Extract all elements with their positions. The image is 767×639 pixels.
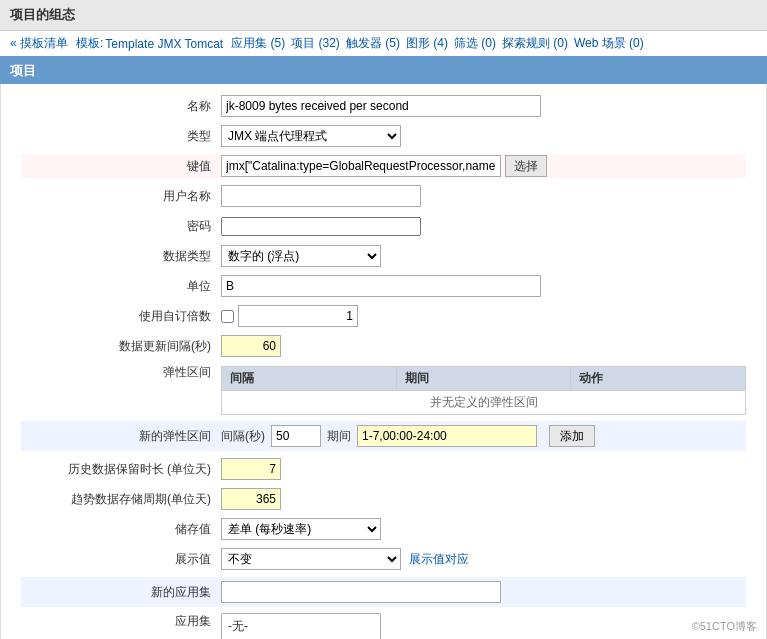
elastic-col2: 期间 [396, 367, 571, 391]
elastic-table: 间隔 期间 动作 并无定义的弹性区间 [221, 366, 746, 415]
appset-label: 应用集 [21, 613, 221, 630]
password-label: 密码 [21, 218, 221, 235]
tab-discovery[interactable]: 探索规则 (0) [502, 35, 568, 52]
key-select-btn[interactable]: 选择 [505, 155, 547, 177]
display-value-select[interactable]: 不变 [221, 548, 401, 570]
data-type-select[interactable]: 数字的 (浮点) [221, 245, 381, 267]
section-header: 项目 [0, 58, 767, 84]
name-control [221, 95, 746, 117]
watermark: ©51CTO博客 [692, 619, 757, 634]
display-value-row: 展示值 不变 展示值对应 [21, 547, 746, 571]
new-period-label: 期间 [327, 428, 351, 445]
trend-input[interactable] [221, 488, 281, 510]
tab-triggers[interactable]: 触发器 (5) [346, 35, 400, 52]
template-label: 模板: [76, 35, 103, 52]
username-label: 用户名称 [21, 188, 221, 205]
store-value-select[interactable]: 差单 (每秒速率) [221, 518, 381, 540]
new-period-input[interactable] [357, 425, 537, 447]
form-container: 名称 类型 JMX 端点代理程式 键值 选择 用户名称 密码 [0, 84, 767, 639]
update-interval-row: 数据更新间隔(秒) [21, 334, 746, 358]
tab-graphs[interactable]: 图形 (4) [406, 35, 448, 52]
store-value-label: 储存值 [21, 521, 221, 538]
multiplier-control [221, 305, 746, 327]
section-title: 项目 [10, 63, 36, 78]
update-interval-label: 数据更新间隔(秒) [21, 338, 221, 355]
multiplier-checkbox[interactable] [221, 310, 234, 323]
new-interval-label: 间隔(秒) [221, 428, 265, 445]
multiplier-input[interactable] [238, 305, 358, 327]
new-elastic-label: 新的弹性区间 [21, 428, 221, 445]
key-row: 键值 选择 [21, 154, 746, 178]
history-input[interactable] [221, 458, 281, 480]
new-appset-label: 新的应用集 [21, 584, 221, 601]
display-value-label: 展示值 [21, 551, 221, 568]
type-control: JMX 端点代理程式 [221, 125, 746, 147]
display-value-control: 不变 展示值对应 [221, 548, 746, 570]
password-input[interactable] [221, 217, 421, 236]
add-elastic-btn[interactable]: 添加 [549, 425, 595, 447]
title-bar: 项目的组态 [0, 0, 767, 31]
display-link[interactable]: 展示值对应 [409, 551, 469, 568]
history-control [221, 458, 746, 480]
elastic-control: 间隔 期间 动作 并无定义的弹性区间 [221, 364, 746, 415]
elastic-empty-row: 并无定义的弹性区间 [222, 391, 746, 415]
name-label: 名称 [21, 98, 221, 115]
key-label: 键值 [21, 158, 221, 175]
data-type-row: 数据类型 数字的 (浮点) [21, 244, 746, 268]
type-select[interactable]: JMX 端点代理程式 [221, 125, 401, 147]
password-control [221, 217, 746, 236]
tab-items[interactable]: 项目 (32) [291, 35, 340, 52]
elastic-col1: 间隔 [222, 367, 397, 391]
trend-label: 趋势数据存储周期(单位天) [21, 491, 221, 508]
new-interval-input[interactable] [271, 425, 321, 447]
trend-control [221, 488, 746, 510]
update-interval-input[interactable] [221, 335, 281, 357]
unit-control [221, 275, 746, 297]
new-elastic-row: 新的弹性区间 间隔(秒) 期间 添加 [21, 421, 746, 451]
password-row: 密码 [21, 214, 746, 238]
appset-row: 应用集 -无- boss-8282 mobile-8383 Sessions [21, 613, 746, 639]
update-interval-control [221, 335, 746, 357]
trend-row: 趋势数据存储周期(单位天) [21, 487, 746, 511]
username-input[interactable] [221, 185, 421, 207]
multiplier-label: 使用自订倍数 [21, 308, 221, 325]
key-input[interactable] [221, 155, 501, 177]
multiplier-row: 使用自订倍数 [21, 304, 746, 328]
elastic-col3: 动作 [571, 367, 746, 391]
new-appset-row: 新的应用集 [21, 577, 746, 607]
breadcrumb-link[interactable]: « 摸板清单 [10, 35, 68, 52]
name-row: 名称 [21, 94, 746, 118]
history-label: 历史数据保留时长 (单位天) [21, 461, 221, 478]
template-name-link[interactable]: Template JMX Tomcat [105, 37, 223, 51]
tab-appsets[interactable]: 应用集 (5) [231, 35, 285, 52]
history-row: 历史数据保留时长 (单位天) [21, 457, 746, 481]
nav-bar: « 摸板清单 模板: Template JMX Tomcat 应用集 (5) 项… [0, 31, 767, 58]
new-elastic-control: 间隔(秒) 期间 添加 [221, 425, 746, 447]
store-value-row: 储存值 差单 (每秒速率) [21, 517, 746, 541]
tab-screens[interactable]: 筛选 (0) [454, 35, 496, 52]
new-appset-control [221, 581, 746, 603]
name-input[interactable] [221, 95, 541, 117]
store-value-control: 差单 (每秒速率) [221, 518, 746, 540]
username-row: 用户名称 [21, 184, 746, 208]
new-appset-input[interactable] [221, 581, 501, 603]
title-text: 项目的组态 [10, 7, 75, 22]
elastic-row: 弹性区间 间隔 期间 动作 并无定义的弹性区间 [21, 364, 746, 415]
username-control [221, 185, 746, 207]
data-type-label: 数据类型 [21, 248, 221, 265]
unit-input[interactable] [221, 275, 541, 297]
elastic-empty-text: 并无定义的弹性区间 [222, 391, 746, 415]
appset-control: -无- boss-8282 mobile-8383 Sessions [221, 613, 746, 639]
unit-label: 单位 [21, 278, 221, 295]
elastic-label: 弹性区间 [21, 364, 221, 381]
tab-web[interactable]: Web 场景 (0) [574, 35, 644, 52]
key-control: 选择 [221, 155, 746, 177]
type-row: 类型 JMX 端点代理程式 [21, 124, 746, 148]
appset-option-none: -无- [224, 616, 378, 637]
data-type-control: 数字的 (浮点) [221, 245, 746, 267]
unit-row: 单位 [21, 274, 746, 298]
type-label: 类型 [21, 128, 221, 145]
appset-listbox[interactable]: -无- boss-8282 mobile-8383 Sessions [221, 613, 381, 639]
